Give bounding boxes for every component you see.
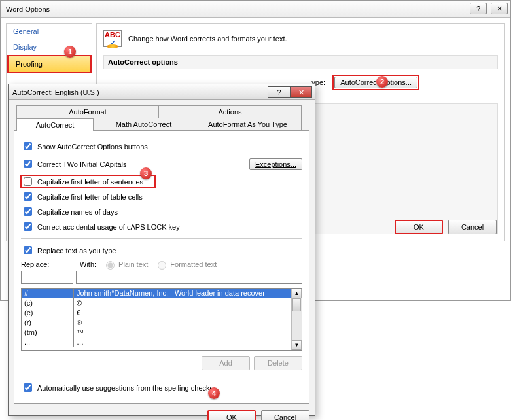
radio-plain-text[interactable]: Plain text (103, 259, 148, 270)
check-auto-suggest-input[interactable] (24, 383, 32, 392)
help-icon: ? (476, 0, 480, 17)
check-replace-as-type[interactable]: Replace text as you type (21, 244, 302, 256)
replace-input[interactable] (21, 271, 73, 284)
tab-autoformat[interactable]: AutoFormat (16, 105, 159, 118)
autocorrect-title: AutoCorrect: English (U.S.) (12, 88, 99, 96)
word-options-titlebar: Word Options ? ✕ (1, 1, 510, 18)
autocorrect-ok-button[interactable]: OK (207, 410, 256, 420)
check-auto-suggest[interactable]: Automatically use suggestions from the s… (21, 381, 302, 394)
scroll-up-button[interactable]: ▲ (292, 289, 302, 298)
table-row[interactable]: (tm)™ (22, 328, 291, 338)
tab-actions[interactable]: Actions (159, 105, 302, 118)
autocorrect-close-button[interactable]: ✕ (290, 86, 312, 98)
nav-proofing[interactable]: Proofing (7, 55, 92, 73)
check-show-buttons-input[interactable] (24, 142, 32, 150)
check-cap-days-input[interactable] (24, 207, 32, 216)
word-options-title: Word Options (6, 5, 50, 13)
check-cap-sentence[interactable]: Capitalize first letter of sentences (21, 175, 155, 188)
check-replace-as-type-input[interactable] (24, 246, 32, 254)
radio-formatted-text[interactable]: Formatted text (154, 259, 217, 270)
annotation-1: 1 (64, 46, 76, 58)
table-row[interactable]: #John smith°DataNumen, Inc. - World lead… (22, 289, 291, 298)
close-icon: ✕ (298, 88, 304, 97)
nav-general[interactable]: General (7, 24, 92, 39)
check-show-buttons[interactable]: Show AutoCorrect Options buttons (21, 140, 302, 152)
add-button: Add (202, 356, 250, 370)
autocorrect-section-header: AutoCorrect options (103, 55, 498, 69)
autocorrect-titlebar: AutoCorrect: English (U.S.) ? ✕ (9, 84, 315, 100)
annotation-2: 2 (376, 76, 388, 88)
proofing-header-text: Change how Word corrects and formats you… (128, 35, 287, 43)
tab-autocorrect[interactable]: AutoCorrect (16, 118, 94, 131)
check-cap-sentence-input[interactable] (24, 177, 32, 186)
check-two-initial-input[interactable] (24, 160, 32, 168)
exceptions-button[interactable]: Exceptions... (249, 158, 302, 170)
annotation-3: 3 (140, 167, 152, 179)
tab-autoformat-as-you-type[interactable]: AutoFormat As You Type (194, 118, 302, 130)
help-icon: ? (277, 88, 281, 96)
autocorrect-table[interactable]: #John smith°DataNumen, Inc. - World lead… (21, 288, 302, 351)
proofing-icon: ABC✓ (103, 30, 122, 47)
table-row[interactable]: (e)€ (22, 308, 291, 318)
annotation-4: 4 (208, 387, 220, 399)
scroll-thumb[interactable] (292, 298, 301, 311)
close-button[interactable]: ✕ (491, 3, 508, 14)
check-caps-lock[interactable]: Correct accidental usage of cAPS LOCK ke… (21, 220, 302, 233)
delete-button: Delete (254, 356, 302, 370)
table-row[interactable]: (c)© (22, 298, 291, 308)
check-two-initial[interactable]: Correct TWo INitial CApitals (21, 158, 127, 170)
close-icon: ✕ (497, 0, 502, 17)
word-options-ok-button[interactable]: OK (395, 220, 443, 234)
autocorrect-help-button[interactable]: ? (268, 86, 290, 98)
check-caps-lock-input[interactable] (24, 222, 32, 231)
with-label: With: (80, 260, 96, 268)
check-cap-table-input[interactable] (24, 192, 32, 201)
autocorrect-cancel-button[interactable]: Cancel (261, 410, 309, 420)
table-row[interactable]: ...… (22, 338, 291, 347)
autocorrect-dialog: AutoCorrect: English (U.S.) ? ✕ AutoForm… (8, 84, 315, 416)
check-cap-table[interactable]: Capitalize first letter of table cells (21, 190, 302, 203)
with-input[interactable] (76, 271, 302, 284)
tab-math-autocorrect[interactable]: Math AutoCorrect (94, 118, 194, 130)
check-cap-days[interactable]: Capitalize names of days (21, 205, 302, 218)
table-row[interactable]: (r)® (22, 318, 291, 328)
replace-label: Replace: (21, 260, 73, 268)
nav-display[interactable]: Display (7, 39, 92, 55)
autocorrect-panel: Show AutoCorrect Options buttons Correct… (14, 130, 309, 404)
scroll-down-button[interactable]: ▼ (292, 340, 302, 350)
autocorrect-scrollbar[interactable]: ▲ ▼ (291, 289, 302, 350)
word-options-cancel-button[interactable]: Cancel (448, 220, 497, 234)
help-button[interactable]: ? (470, 3, 487, 14)
